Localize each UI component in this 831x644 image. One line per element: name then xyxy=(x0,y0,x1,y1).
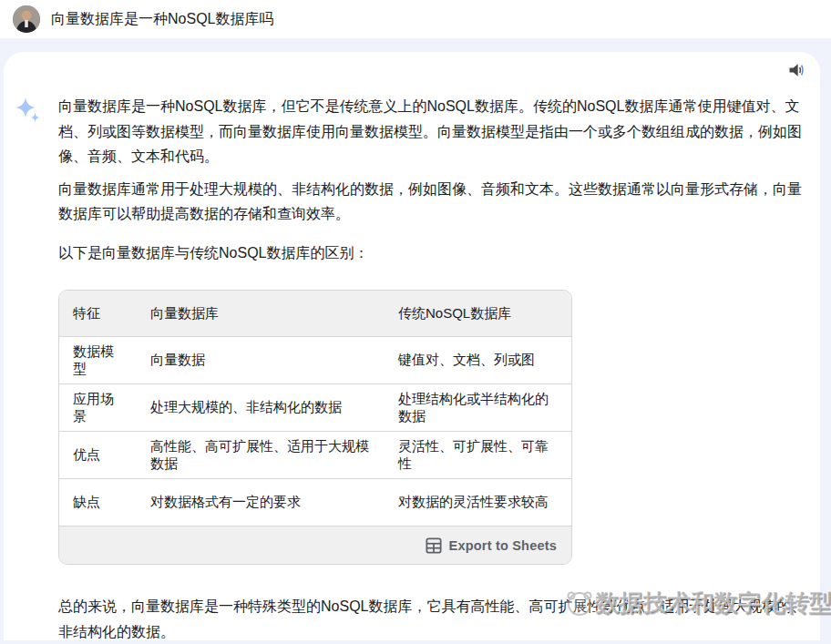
export-to-sheets-button[interactable]: Export to Sheets xyxy=(426,537,557,554)
table-grid-icon xyxy=(426,537,442,554)
table-cell: 对数据格式有一定的要求 xyxy=(137,479,385,526)
table-header-row: 特征 向量数据库 传统NoSQL数据库 xyxy=(59,291,571,336)
table-footer: Export to Sheets xyxy=(59,526,571,564)
table-header-cell: 传统NoSQL数据库 xyxy=(385,291,571,336)
table-cell: 缺点 xyxy=(59,479,137,526)
export-to-sheets-label: Export to Sheets xyxy=(449,538,557,553)
table-row: 优点 高性能、高可扩展性、适用于大规模数据 灵活性、可扩展性、可靠性 xyxy=(59,431,571,478)
avatar-image xyxy=(13,5,40,33)
answer-paragraph-1: 向量数据库是一种NoSQL数据库，但它不是传统意义上的NoSQL数据库。传统的N… xyxy=(58,94,813,169)
user-question-text: 向量数据库是一种NoSQL数据库吗 xyxy=(51,10,273,28)
table-cell: 应用场景 xyxy=(59,384,137,431)
user-avatar xyxy=(13,5,40,33)
answer-paragraph-2: 向量数据库通常用于处理大规模的、非结构化的数据，例如图像、音频和文本。这些数据通… xyxy=(58,177,813,227)
answer-paragraph-3: 以下是向量数据库与传统NoSQL数据库的区别： xyxy=(58,240,813,266)
table-cell: 向量数据 xyxy=(137,337,385,383)
table-row: 数据模型 向量数据 键值对、文档、列或图 xyxy=(59,336,571,383)
table-row: 缺点 对数据格式有一定的要求 对数据的灵活性要求较高 xyxy=(59,478,571,526)
speaker-icon[interactable] xyxy=(787,61,805,79)
table-cell: 键值对、文档、列或图 xyxy=(385,337,571,383)
table-cell: 处理结构化或半结构化的数据 xyxy=(385,384,571,431)
table-cell: 对数据的灵活性要求较高 xyxy=(385,479,571,526)
table-cell: 高性能、高可扩展性、适用于大规模数据 xyxy=(137,432,385,478)
table-cell: 灵活性、可扩展性、可靠性 xyxy=(385,432,571,478)
user-question-row: 向量数据库是一种NoSQL数据库吗 xyxy=(0,0,831,38)
response-card: 向量数据库是一种NoSQL数据库，但它不是传统意义上的NoSQL数据库。传统的N… xyxy=(4,52,820,640)
table-header-cell: 向量数据库 xyxy=(137,291,385,336)
bard-sparkle-icon xyxy=(15,97,43,125)
table-header-cell: 特征 xyxy=(59,291,137,336)
table-cell: 处理大规模的、非结构化的数据 xyxy=(137,384,385,431)
comparison-table: 特征 向量数据库 传统NoSQL数据库 数据模型 向量数据 键值对、文档、列或图… xyxy=(58,290,572,565)
response-content: 向量数据库是一种NoSQL数据库，但它不是传统意义上的NoSQL数据库。传统的N… xyxy=(58,94,813,644)
table-cell: 优点 xyxy=(59,432,137,478)
table-row: 应用场景 处理大规模的、非结构化的数据 处理结构化或半结构化的数据 xyxy=(59,383,571,431)
answer-closing-paragraph: 总的来说，向量数据库是一种特殊类型的NoSQL数据库，它具有高性能、高可扩展性等… xyxy=(58,594,813,644)
table-cell: 数据模型 xyxy=(59,337,137,383)
bard-chat-screen: 向量数据库是一种NoSQL数据库吗 向量数据库是一种NoSQL数据库，但它不是传… xyxy=(0,0,831,644)
